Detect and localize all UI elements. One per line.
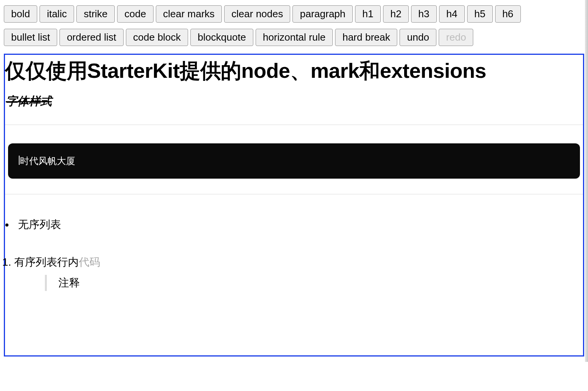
h5-button[interactable]: h5 bbox=[467, 5, 493, 23]
clear-nodes-button[interactable]: clear nodes bbox=[224, 5, 290, 23]
editor-blockquote[interactable]: 注释 bbox=[45, 275, 583, 291]
h4-button[interactable]: h4 bbox=[439, 5, 465, 23]
text-cursor bbox=[19, 156, 20, 165]
editor-area[interactable]: 仅仅使用StarterKit提供的node、mark和extensions 字体… bbox=[4, 54, 584, 356]
list-item[interactable]: 无序列表 bbox=[14, 217, 583, 232]
code-block-button[interactable]: code block bbox=[126, 29, 188, 46]
h6-button[interactable]: h6 bbox=[495, 5, 521, 23]
redo-button[interactable]: redo bbox=[439, 29, 473, 46]
code-button[interactable]: code bbox=[117, 5, 153, 23]
h2-button[interactable]: h2 bbox=[383, 5, 409, 23]
list-item-text: 无序列表 bbox=[18, 219, 61, 230]
ordered-list-button[interactable]: ordered list bbox=[59, 29, 124, 46]
scrollbar-edge bbox=[585, 0, 588, 362]
editor-heading[interactable]: 仅仅使用StarterKit提供的node、mark和extensions bbox=[5, 57, 583, 85]
bullet-list-button[interactable]: bullet list bbox=[4, 29, 57, 46]
bold-button[interactable]: bold bbox=[4, 5, 37, 23]
strike-button[interactable]: strike bbox=[76, 5, 115, 23]
toolbar-row-2: bullet listordered listcode blockblockqu… bbox=[4, 29, 584, 46]
list-item-text: 有序列表行内 bbox=[14, 256, 79, 268]
horizontal-rule bbox=[5, 194, 583, 194]
editor-toolbar: bolditalicstrikecodeclear marksclear nod… bbox=[4, 5, 584, 50]
italic-button[interactable]: italic bbox=[40, 5, 74, 23]
inline-code: 代码 bbox=[79, 256, 100, 268]
undo-button[interactable]: undo bbox=[400, 29, 436, 46]
horizontal-rule bbox=[5, 125, 583, 125]
blockquote-button[interactable]: blockquote bbox=[190, 29, 253, 46]
paragraph-button[interactable]: paragraph bbox=[292, 5, 353, 23]
h1-button[interactable]: h1 bbox=[355, 5, 381, 23]
editor-code-block[interactable]: 时代风帆大厦 bbox=[8, 143, 580, 179]
list-item[interactable]: 有序列表行内代码 注释 bbox=[14, 255, 583, 291]
clear-marks-button[interactable]: clear marks bbox=[156, 5, 222, 23]
code-block-text: 时代风帆大厦 bbox=[20, 156, 75, 166]
editor-styled-paragraph[interactable]: 字体样式 bbox=[6, 94, 583, 109]
hard-break-button[interactable]: hard break bbox=[335, 29, 397, 46]
h3-button[interactable]: h3 bbox=[411, 5, 437, 23]
editor-ordered-list[interactable]: 有序列表行内代码 注释 bbox=[7, 255, 583, 291]
editor-bullet-list[interactable]: 无序列表 bbox=[10, 217, 583, 232]
horizontal-rule-button[interactable]: horizontal rule bbox=[256, 29, 333, 46]
toolbar-row-1: bolditalicstrikecodeclear marksclear nod… bbox=[4, 5, 584, 23]
